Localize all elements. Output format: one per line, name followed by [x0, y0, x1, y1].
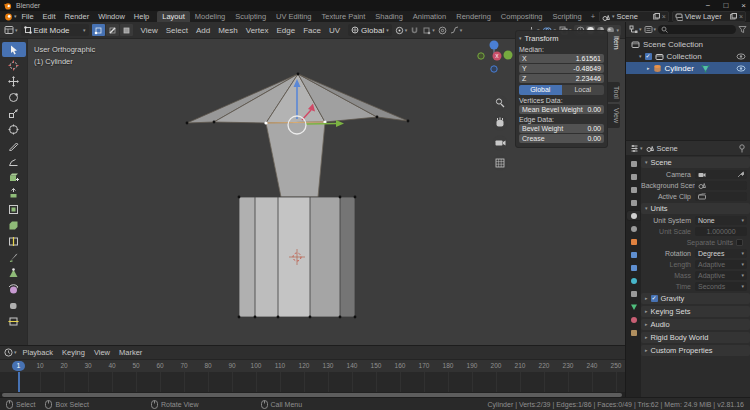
remove-view-layer-icon[interactable]: ×: [739, 13, 743, 20]
section-units[interactable]: ▾Units: [641, 203, 750, 214]
median-x-field[interactable]: X1.61561: [519, 54, 604, 63]
rotation-dropdown[interactable]: Degrees▾: [695, 249, 747, 258]
properties-tab-material-icon[interactable]: [627, 315, 640, 324]
view-layer-selector[interactable]: View Layer ×: [672, 11, 746, 22]
properties-tab-view-layer-icon[interactable]: [627, 198, 640, 207]
workspace-tab-texture-paint[interactable]: Texture Paint: [317, 11, 371, 22]
outliner-item-collection[interactable]: ▾ ✓ Collection: [626, 50, 750, 62]
section-rigid-body-world[interactable]: ▸Rigid Body World: [641, 332, 750, 343]
viewport-menu-vertex[interactable]: Vertex: [246, 26, 269, 35]
length-dropdown[interactable]: Adaptive▾: [695, 260, 747, 269]
median-z-field[interactable]: Z2.23446: [519, 74, 604, 83]
crease-field[interactable]: Crease0.00: [519, 134, 604, 143]
outliner-editor-type-button[interactable]: ▾: [629, 25, 642, 34]
section-keying-sets[interactable]: ▸Keying Sets: [641, 306, 750, 317]
workspace-tab-layout[interactable]: Layout: [157, 11, 190, 22]
nav-axis-gizmo[interactable]: X: [478, 41, 513, 73]
collection-checkbox[interactable]: ✓: [645, 53, 652, 60]
properties-tab-object-data-icon[interactable]: [627, 302, 640, 311]
workspace-tab-compositing[interactable]: Compositing: [496, 11, 548, 22]
tool-transform[interactable]: [2, 122, 26, 137]
outliner-search-input[interactable]: [658, 25, 736, 34]
proportional-editing-toggle[interactable]: [438, 26, 447, 35]
tab-item[interactable]: Item: [608, 32, 620, 54]
tool-poly-build[interactable]: [2, 266, 26, 281]
timeline-menu-marker[interactable]: Marker: [119, 348, 142, 357]
tool-select-box[interactable]: [2, 42, 26, 57]
properties-tab-object-icon[interactable]: [627, 237, 640, 246]
orientation-dropdown[interactable]: Global▾: [348, 24, 392, 36]
tab-tool[interactable]: Tool: [608, 82, 620, 103]
mass-dropdown[interactable]: Adaptive▾: [695, 271, 747, 280]
outliner-display-mode-dropdown[interactable]: ▾: [644, 25, 657, 34]
properties-tab-output-icon[interactable]: [627, 185, 640, 194]
viewport-menu-select[interactable]: Select: [166, 26, 188, 35]
tool-add-cube[interactable]: [2, 170, 26, 185]
tool-extrude-region[interactable]: [2, 186, 26, 201]
properties-tab-texture-icon[interactable]: [627, 328, 640, 337]
section-scene[interactable]: ▾Scene: [641, 157, 750, 168]
timeline-menu-keying[interactable]: Keying: [62, 348, 85, 357]
tool-move[interactable]: [2, 74, 26, 89]
viewport-menu-uv[interactable]: UV: [329, 26, 340, 35]
maximize-button[interactable]: □: [723, 1, 728, 10]
outliner-item-scene-collection[interactable]: Scene Collection: [626, 38, 750, 50]
playhead-badge[interactable]: 1: [12, 361, 25, 371]
mean-bevel-weight-field[interactable]: Mean Bevel Weight0.00: [519, 105, 604, 114]
minimize-button[interactable]: −: [706, 1, 711, 10]
workspace-tab-scripting[interactable]: Scripting: [548, 11, 587, 22]
vertex-select-button[interactable]: [92, 24, 105, 36]
properties-tab-physics-icon[interactable]: [627, 276, 640, 285]
viewport-nav-buttons[interactable]: [493, 96, 508, 171]
median-y-field[interactable]: Y-0.48649: [519, 64, 604, 73]
timeline-editor-type-button[interactable]: ▾: [4, 348, 17, 357]
time-dropdown[interactable]: Seconds▾: [695, 282, 747, 291]
outliner-item-cylinder[interactable]: ▸ Cylinder: [626, 62, 750, 74]
timeline-menu-playback[interactable]: Playback: [23, 348, 53, 357]
global-button[interactable]: Global: [519, 85, 562, 95]
menu-file[interactable]: File: [22, 12, 34, 21]
unit-system-dropdown[interactable]: None▾: [695, 216, 747, 225]
separate-units-checkbox[interactable]: [736, 239, 743, 246]
tool-annotate[interactable]: [2, 138, 26, 153]
gravity-checkbox[interactable]: ✓: [651, 295, 658, 302]
workspace-tab-modeling[interactable]: Modeling: [190, 11, 230, 22]
properties-tab-constraints-icon[interactable]: [627, 289, 640, 298]
tool-bevel[interactable]: [2, 218, 26, 233]
viewport-menu-mesh[interactable]: Mesh: [218, 26, 238, 35]
tool-loop-cut[interactable]: [2, 234, 26, 249]
hide-collection-eye-icon[interactable]: [736, 53, 746, 60]
menu-help[interactable]: Help: [134, 12, 149, 21]
tool-smooth[interactable]: [2, 298, 26, 313]
background-scene-field[interactable]: [695, 181, 747, 190]
tool-edge-slide[interactable]: [2, 314, 26, 329]
eyedropper-icon[interactable]: [737, 170, 744, 178]
tool-measure[interactable]: [2, 154, 26, 169]
playhead-line[interactable]: [18, 372, 20, 392]
camera-field[interactable]: [695, 170, 747, 179]
3d-viewport[interactable]: ▾ Edit Mode▾ ViewSelectAddMeshVertexEdge…: [0, 22, 625, 345]
viewport-menu-add[interactable]: Add: [196, 26, 210, 35]
face-select-button[interactable]: [120, 24, 133, 36]
tab-view[interactable]: View: [608, 104, 620, 127]
section-gravity[interactable]: ▸ ✓ Gravity: [641, 293, 750, 304]
tool-spin[interactable]: [2, 282, 26, 297]
expand-icon[interactable]: ▸: [647, 66, 650, 71]
workspace-tab-animation[interactable]: Animation: [408, 11, 451, 22]
scene-selector[interactable]: ▾ Scene ×: [599, 11, 669, 22]
outliner-filter-button[interactable]: [738, 25, 747, 34]
viewport-menu-edge[interactable]: Edge: [276, 26, 295, 35]
workspace-tab-shading[interactable]: Shading: [370, 11, 408, 22]
tool-inset-faces[interactable]: [2, 202, 26, 217]
menu-window[interactable]: Window: [98, 12, 125, 21]
tool-cursor[interactable]: [2, 58, 26, 73]
properties-editor-type-button[interactable]: ▾: [630, 144, 643, 153]
pin-icon[interactable]: [738, 144, 746, 153]
timeline-menu-view[interactable]: View: [94, 348, 110, 357]
section-custom-properties[interactable]: ▸Custom Properties: [641, 345, 750, 356]
pivot-point-dropdown[interactable]: ▾: [395, 26, 408, 35]
tool-knife[interactable]: [2, 250, 26, 265]
workspace-tab-uv-editing[interactable]: UV Editing: [271, 11, 316, 22]
viewport-menu-view[interactable]: View: [141, 26, 158, 35]
menu-render[interactable]: Render: [65, 12, 90, 21]
